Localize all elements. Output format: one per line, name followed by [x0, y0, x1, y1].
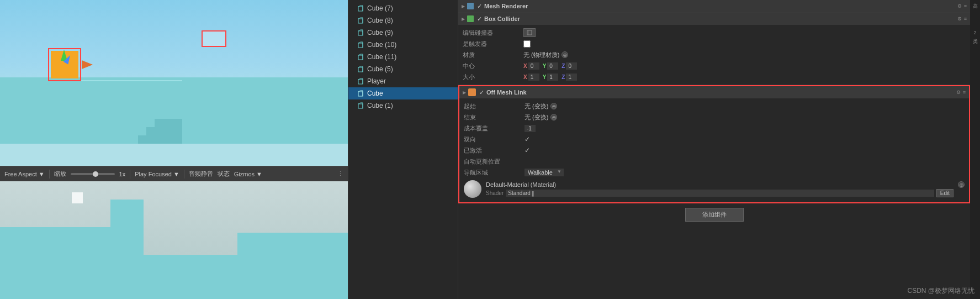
svg-rect-14 — [358, 92, 363, 96]
status-button[interactable]: 状态 — [218, 170, 230, 178]
edit-collider-button[interactable] — [523, 28, 536, 37]
hierarchy-item-cube9[interactable]: Cube (9) — [348, 27, 458, 39]
box-collider-more[interactable]: ≡ — [964, 16, 967, 22]
viewport-3d-top[interactable] — [0, 0, 348, 166]
play-mode-dropdown[interactable]: Play Focused ▼ — [135, 171, 179, 177]
mesh-renderer-check[interactable]: ✓ — [477, 3, 482, 10]
zoom-slider-container — [71, 173, 115, 175]
mesh-renderer-title: Mesh Renderer — [484, 3, 528, 9]
mesh-renderer-more[interactable]: ≡ — [964, 3, 967, 9]
shader-cursor: ▌ — [532, 191, 536, 196]
off-mesh-link-section: ▶ ✓ Off Mesh Link ⚙ ≡ 起始 无 (变换) ◎ — [458, 85, 970, 203]
box-collider-settings[interactable]: ⚙ — [957, 16, 962, 22]
cube-icon-9 — [357, 29, 365, 36]
off-mesh-link-header[interactable]: ▶ ✓ Off Mesh Link ⚙ ≡ — [459, 86, 969, 98]
add-component-section: 添加组件 — [458, 203, 970, 226]
off-mesh-more[interactable]: ≡ — [963, 90, 966, 95]
svg-rect-0 — [358, 7, 363, 11]
hierarchy-item-cube10[interactable]: Cube (10) — [348, 39, 458, 51]
start-label: 起始 — [464, 102, 525, 111]
material-sphere-preview — [464, 180, 481, 198]
size-x-value[interactable]: 1 — [528, 74, 539, 81]
edit-collider-row: 编辑碰撞器 — [458, 27, 970, 38]
bottom-platform-right — [237, 233, 348, 266]
expand-icon-offmesh: ▶ — [463, 90, 466, 95]
bidirectional-row: 双向 ✓ — [459, 134, 969, 145]
more-options-icon[interactable]: ⋮ — [337, 170, 343, 177]
side-icon-3: 类 — [971, 38, 979, 45]
mesh-renderer-settings[interactable]: ⚙ — [957, 3, 962, 9]
cube-icon-10 — [357, 41, 365, 49]
add-component-button[interactable]: 添加组件 — [685, 208, 744, 222]
mesh-renderer-header[interactable]: ▶ ✓ Mesh Renderer ⚙ ≡ — [458, 0, 970, 12]
hierarchy-item-cube7[interactable]: Cube (7) — [348, 2, 458, 14]
box-collider-section: ▶ ✓ Box Collider ⚙ ≡ 编辑碰撞器 — [458, 13, 970, 85]
platform-left — [0, 77, 55, 99]
hierarchy-item-player[interactable]: Player — [348, 75, 458, 87]
chevron-down-icon-2: ▼ — [173, 171, 179, 177]
shader-row: Shader Standard ▌ Edit — [486, 189, 953, 197]
cost-row: 成本覆盖 -1 — [459, 123, 969, 134]
off-mesh-link-body: 起始 无 (变换) ◎ 结束 无 (变换) ◎ 成本覆盖 — [459, 98, 969, 202]
center-xyz: X 0 Y 0 Z 0 — [523, 62, 577, 70]
hierarchy-item-cube8[interactable]: Cube (8) — [348, 14, 458, 27]
shader-label: Shader — [486, 190, 504, 196]
expand-icon-mesh: ▶ — [462, 4, 465, 9]
center-z-value[interactable]: 0 — [566, 62, 577, 70]
center-x-value[interactable]: 0 — [528, 62, 539, 70]
size-values: X 1 Y 1 Z 1 — [523, 74, 966, 81]
zoom-slider[interactable] — [71, 173, 115, 175]
hierarchy-item-cube1[interactable]: Cube (1) — [348, 99, 458, 112]
size-z-value[interactable]: 1 — [566, 74, 577, 81]
activated-label: 已激活 — [464, 146, 525, 155]
shader-value: Standard ▌ — [506, 190, 934, 197]
viewport-bottom[interactable] — [0, 181, 348, 299]
svg-rect-2 — [358, 19, 363, 23]
svg-rect-4 — [358, 31, 363, 35]
svg-rect-16 — [358, 104, 363, 108]
cube-icon-7 — [357, 4, 365, 12]
center-y-value[interactable]: 0 — [547, 62, 558, 70]
size-x-label: X — [523, 74, 527, 80]
box-collider-header[interactable]: ▶ ✓ Box Collider ⚙ ≡ — [458, 13, 970, 25]
auto-update-label: 自动更新位置 — [464, 158, 525, 166]
start-picker-btn[interactable]: ◎ — [550, 103, 557, 109]
hierarchy-item-cube11[interactable]: Cube (11) — [348, 51, 458, 63]
viewport-toolbar: Free Aspect ▼ 缩放 1x Play Focused ▼ 音频静音 … — [0, 166, 348, 181]
mesh-renderer-icon — [467, 3, 474, 9]
off-mesh-settings[interactable]: ⚙ — [956, 90, 961, 95]
off-mesh-link-icon — [468, 88, 476, 96]
size-x-item: X 1 — [523, 74, 539, 81]
start-value: 无 (变换) ◎ — [525, 102, 965, 111]
cube-icon-8 — [357, 17, 365, 24]
nav-area-dropdown[interactable]: Walkable — [525, 169, 564, 176]
gizmos-button[interactable]: Gizmos ▼ — [234, 171, 262, 177]
activated-check: ✓ — [525, 146, 530, 154]
center-y-item: Y 0 — [543, 62, 559, 70]
hierarchy-item-cube5[interactable]: Cube (5) — [348, 63, 458, 75]
toolbar-separator-2 — [130, 170, 130, 179]
end-picker-btn[interactable]: ◎ — [550, 114, 557, 120]
size-y-value[interactable]: 1 — [547, 74, 558, 81]
material-link-btn[interactable]: ◎ — [958, 181, 965, 188]
audio-mute-button[interactable]: 音频静音 — [189, 170, 213, 178]
shader-edit-button[interactable]: Edit — [936, 189, 953, 197]
hierarchy-list: Cube (7) Cube (8) Cube (9) Cube (10) Cub… — [348, 0, 458, 114]
size-y-label: Y — [543, 74, 547, 80]
bidirectional-value: ✓ — [525, 135, 965, 143]
material-picker-btn[interactable]: ◎ — [561, 51, 568, 58]
svg-rect-8 — [358, 55, 363, 60]
is-trigger-checkbox[interactable] — [523, 40, 531, 48]
chevron-down-icon-3: ▼ — [256, 171, 262, 177]
bottom-white-cube — [72, 192, 83, 203]
box-collider-check[interactable]: ✓ — [477, 15, 482, 23]
inspector-panel: ▶ ✓ Mesh Renderer ⚙ ≡ ▶ ✓ Box Collider ⚙… — [458, 0, 980, 299]
cost-input[interactable]: -1 — [525, 125, 536, 132]
hierarchy-item-cube[interactable]: Cube — [348, 87, 458, 99]
off-mesh-check[interactable]: ✓ — [479, 89, 484, 96]
size-z-label: Z — [561, 74, 565, 80]
nav-area-row: 导航区域 Walkable — [459, 167, 969, 178]
chevron-down-icon: ▼ — [39, 171, 45, 177]
aspect-ratio-dropdown[interactable]: Free Aspect ▼ — [4, 171, 45, 177]
center-z-label: Z — [561, 63, 565, 69]
